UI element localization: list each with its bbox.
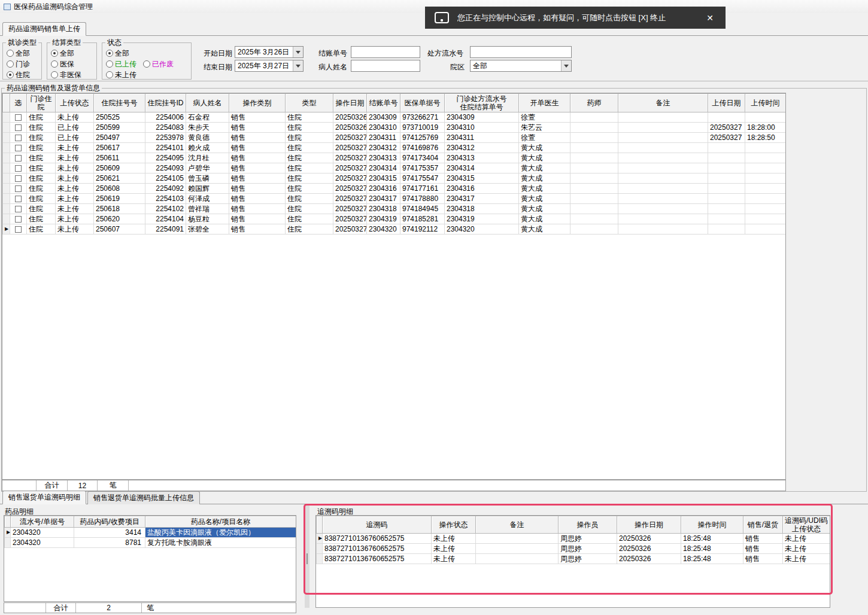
column-header[interactable]: 上传日期	[708, 94, 745, 112]
prescription-no-input[interactable]	[470, 46, 572, 58]
chevron-down-icon[interactable]	[293, 47, 303, 57]
column-header[interactable]: 上传时间	[745, 94, 786, 112]
cell: 住院	[27, 143, 56, 153]
cell: 974173404	[400, 153, 445, 163]
column-header[interactable]: 备注	[618, 94, 708, 112]
column-header[interactable]: 开单医生	[519, 94, 570, 112]
column-header[interactable]: 选	[10, 94, 27, 112]
column-header[interactable]: 操作时间	[681, 516, 743, 534]
row-select-checkbox[interactable]	[15, 124, 22, 131]
start-date-picker[interactable]: 2025年 3月26日	[235, 46, 304, 58]
radio-option[interactable]: 全部	[51, 48, 96, 59]
campus-select[interactable]: 全部	[470, 60, 572, 72]
cell: 2304312	[445, 143, 519, 153]
radio-option[interactable]: 非医保	[51, 69, 96, 80]
radio-option[interactable]: 全部	[7, 48, 41, 59]
radio-option[interactable]: 全部	[106, 48, 191, 59]
tab-batch-upload-info[interactable]: 销售退货单追溯码批量上传信息	[87, 491, 200, 504]
column-header[interactable]: 药品内码/收费项目	[74, 516, 145, 528]
table-row[interactable]: 23043208781复方托吡卡胺滴眼液	[5, 538, 296, 548]
tab-trace-detail[interactable]: 销售退货单追溯码明细	[2, 491, 86, 504]
column-header[interactable]: 住院挂号ID	[145, 94, 186, 112]
column-header[interactable]: 住院挂号号	[94, 94, 145, 112]
table-row[interactable]: ▶住院未上传2506072254091张碧全销售住院20250327230432…	[3, 224, 786, 235]
chevron-down-icon[interactable]	[293, 60, 303, 71]
row-select-checkbox[interactable]	[15, 135, 22, 141]
table-row[interactable]: 住院未上传2506202254104杨豆粒销售住院202503272304319…	[3, 214, 786, 224]
patient-name-input[interactable]	[351, 60, 420, 72]
column-header[interactable]: 上传状态	[56, 94, 94, 112]
row-select-checkbox[interactable]	[15, 145, 22, 151]
row-select-checkbox[interactable]	[15, 185, 22, 192]
cell: 住院	[27, 153, 56, 163]
table-row[interactable]: 83872710136760652575未上传周思婷2025032618:25:…	[317, 544, 830, 554]
table-row[interactable]: 住院已上传2505992254083朱步天销售住院202503262304310…	[3, 123, 786, 133]
row-select-checkbox[interactable]	[15, 226, 22, 233]
column-header[interactable]: 门诊处方流水号 住院结算单号	[445, 94, 519, 112]
table-row[interactable]: 住院已上传2504972253978黄良德销售住院202503272304311…	[3, 133, 786, 143]
cell: 2254093	[145, 163, 186, 173]
cell: 杨豆粒	[186, 214, 229, 224]
column-header[interactable]: 追溯码/UDI码 上传状态	[783, 516, 830, 534]
cell: 2304317	[367, 194, 400, 204]
table-row[interactable]: 住院未上传2505252254006石金程销售住院202503262304309…	[3, 112, 786, 123]
column-header[interactable]: 操作类别	[229, 94, 286, 112]
column-header[interactable]: 操作员	[559, 516, 617, 534]
radio-option[interactable]: 门诊	[7, 59, 41, 69]
column-header[interactable]: 备注	[476, 516, 559, 534]
column-header[interactable]: 流水号/单据号	[11, 516, 74, 528]
table-row[interactable]: 住院未上传2506112254095沈月桂销售住院202503272304313…	[3, 153, 786, 163]
column-header[interactable]: 类型	[286, 94, 333, 112]
table-row[interactable]: 住院未上传2506212254105曾玉磷销售住院202503272304315…	[3, 173, 786, 184]
radio-option[interactable]: 已作废	[143, 59, 180, 69]
cell: 徐萱	[519, 112, 570, 123]
cell: 250621	[94, 173, 145, 184]
row-select-checkbox[interactable]	[15, 114, 22, 121]
column-header[interactable]: 门诊住院	[27, 94, 56, 112]
table-row[interactable]: 住院未上传2506192254103何泽成销售住院202503272304317…	[3, 194, 786, 204]
tab-sales-upload[interactable]: 药品追溯码销售单上传	[2, 22, 86, 36]
row-select-checkbox[interactable]	[15, 216, 22, 223]
row-select-checkbox[interactable]	[15, 175, 22, 182]
table-row[interactable]: 住院未上传2506082254092赖国辉销售住院202503272304316…	[3, 184, 786, 194]
column-header[interactable]: 结账单号	[367, 94, 400, 112]
current-row-marker	[317, 554, 323, 564]
trace-header-row: 追溯码操作状态备注操作员操作日期操作时间销售/退货追溯码/UDI码 上传状态	[317, 516, 830, 534]
table-row[interactable]: ▶83872710136760652575未上传周思婷2025032618:25…	[317, 534, 830, 544]
cell	[708, 184, 745, 194]
table-row[interactable]: ▶23043203414盐酸丙美卡因滴眼液（爱尔凯因）	[5, 528, 296, 538]
column-header[interactable]: 医保单据号	[400, 94, 445, 112]
cell: 销售	[743, 534, 783, 544]
radio-option[interactable]: 医保	[51, 59, 96, 69]
column-header[interactable]: 追溯码	[323, 516, 432, 534]
column-header[interactable]: 操作日期	[617, 516, 681, 534]
cell: 住院	[27, 173, 56, 184]
row-select-checkbox[interactable]	[15, 196, 22, 202]
column-header[interactable]: 病人姓名	[186, 94, 229, 112]
column-header[interactable]: 销售/退货	[743, 516, 783, 534]
panel-splitter[interactable]	[305, 506, 309, 608]
column-header[interactable]: 药品名称/项目名称	[145, 516, 296, 528]
column-header[interactable]: 药师	[570, 94, 618, 112]
close-icon[interactable]: ✕	[704, 12, 716, 24]
cell: 周思婷	[559, 544, 617, 554]
column-header[interactable]: 操作日期	[333, 94, 367, 112]
column-header[interactable]: 操作状态	[432, 516, 476, 534]
end-date-picker[interactable]: 2025年 3月27日	[235, 60, 304, 72]
row-select-checkbox[interactable]	[15, 155, 22, 162]
row-select-checkbox[interactable]	[15, 165, 22, 172]
chevron-down-icon[interactable]	[561, 60, 571, 71]
radio-option[interactable]: 未上传	[106, 69, 191, 80]
summary-spacer	[129, 480, 785, 491]
cell: 销售	[229, 214, 286, 224]
table-row[interactable]: 住院未上传2506182254102曾祥瑞销售住院202503272304318…	[3, 204, 786, 214]
radio-option[interactable]: 住院	[7, 69, 41, 80]
table-row[interactable]: 83872710136760652575未上传周思婷2025032618:25:…	[317, 554, 830, 564]
cell: 未上传	[56, 214, 94, 224]
cell: 住院	[286, 224, 333, 235]
radio-option[interactable]: 已上传	[106, 59, 143, 69]
row-select-checkbox[interactable]	[15, 206, 22, 212]
checkout-no-input[interactable]	[351, 46, 420, 58]
table-row[interactable]: 住院未上传2506092254093卢碧华销售住院202503272304314…	[3, 163, 786, 173]
table-row[interactable]: 住院未上传2506172254101赖火成销售住院202503272304312…	[3, 143, 786, 153]
